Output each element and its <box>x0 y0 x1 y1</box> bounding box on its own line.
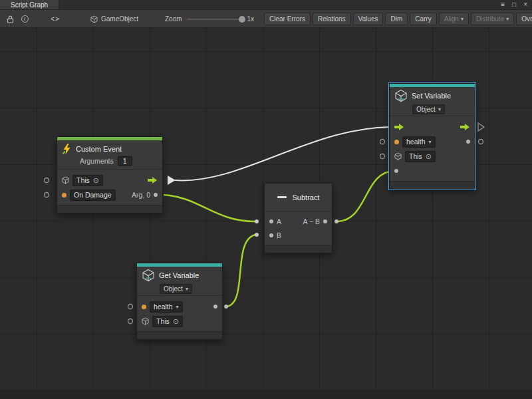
string-port-dot[interactable] <box>394 140 399 144</box>
getvariable-target-outer-port[interactable] <box>128 319 133 324</box>
variable-name-row: health ▾ <box>137 299 222 314</box>
event-flow-arrowhead <box>168 176 176 185</box>
svg-text:<>: <> <box>146 275 152 281</box>
lock-icon[interactable] <box>4 10 16 28</box>
string-port-dot[interactable] <box>142 305 146 309</box>
flow-output-arrow-icon[interactable] <box>148 176 158 184</box>
variable-name-value: health <box>154 303 173 311</box>
minus-icon <box>277 196 287 198</box>
chevron-down-icon: ▾ <box>506 16 509 22</box>
target-value: This <box>156 317 170 326</box>
set-variable-header: <> Set Variable Object ▾ <box>390 87 475 116</box>
subtract-header: Subtract <box>265 184 332 211</box>
flow-input-arrow-icon[interactable] <box>394 123 404 131</box>
align-button[interactable]: Align ▾ <box>439 13 469 25</box>
overview-button[interactable]: Overv <box>516 13 532 25</box>
value-input-row <box>390 164 475 178</box>
target-object-field[interactable]: This ⊙ <box>152 316 183 327</box>
target-port-row: This ⊙ <box>137 314 222 329</box>
script-graph-window: Script Graph ≡ □ × i <> GameObject Zoom <box>0 0 532 399</box>
input-b-dot[interactable] <box>269 233 273 237</box>
graph-canvas[interactable]: Custom Event Arguments 1 This ⊙ <box>0 28 532 399</box>
clear-errors-button[interactable]: Clear Errors <box>264 13 311 25</box>
event-name-field[interactable]: On Damage <box>70 190 116 201</box>
dim-button[interactable]: Dim <box>385 13 408 25</box>
relations-button[interactable]: Relations <box>313 13 351 25</box>
window-menu-icon[interactable]: ≡ <box>501 1 505 8</box>
close-icon[interactable]: × <box>523 1 527 8</box>
node-footer <box>390 181 475 189</box>
getvariable-name-outer-port[interactable] <box>128 305 133 309</box>
getvariable-output-port[interactable] <box>224 305 228 309</box>
object-picker-icon: ⊙ <box>93 177 99 184</box>
customevent-target-outer-port[interactable] <box>45 178 49 183</box>
carry-button[interactable]: Carry <box>410 13 436 25</box>
target-object-field[interactable]: This ⊙ <box>72 175 103 186</box>
value-output-dot[interactable] <box>213 305 217 309</box>
zoom-slider[interactable] <box>187 19 243 20</box>
wire-getvariable-to-subtract-b[interactable] <box>226 235 255 307</box>
node-title: Custom Event <box>76 145 122 153</box>
gameobject-cube-icon <box>90 15 98 23</box>
value-input-dot[interactable] <box>394 169 398 173</box>
node-title: Subtract <box>293 194 320 201</box>
chevron-down-icon: ▾ <box>429 138 432 146</box>
customevent-name-outer-port[interactable] <box>45 193 49 198</box>
zoom-value: 1x <box>247 15 255 23</box>
info-icon[interactable]: i <box>19 10 31 28</box>
target-port-row: This ⊙ <box>57 173 162 188</box>
string-port-dot[interactable] <box>62 193 66 198</box>
arg0-output-dot[interactable] <box>154 193 158 197</box>
zoom-control: Zoom 1x <box>165 10 254 28</box>
window-controls: ≡ □ × <box>501 0 532 9</box>
setvariable-output-outer-port[interactable] <box>479 140 483 144</box>
variable-scope-dropdown[interactable]: Object ▾ <box>160 284 192 294</box>
values-button[interactable]: Values <box>353 13 384 25</box>
cube-icon <box>394 152 402 160</box>
chevron-down-icon: ▾ <box>176 303 179 311</box>
code-icon[interactable]: <> <box>48 10 63 28</box>
target-value: This <box>409 152 422 161</box>
tab-script-graph[interactable]: Script Graph <box>0 0 59 9</box>
value-output-dot[interactable] <box>466 140 470 144</box>
subtract-a-port[interactable] <box>255 219 259 223</box>
maximize-icon[interactable]: □ <box>512 1 516 8</box>
a-and-output-row: A A − B <box>265 214 332 228</box>
custom-event-header: Custom Event Arguments 1 <box>57 140 162 170</box>
target-object-field[interactable]: This ⊙ <box>405 151 436 162</box>
arguments-count-field[interactable]: 1 <box>118 156 132 166</box>
chevron-down-icon: ▾ <box>438 106 441 112</box>
gameobject-reference[interactable]: GameObject <box>90 10 138 28</box>
input-a-dot[interactable] <box>269 219 273 223</box>
variable-scope-dropdown[interactable]: Object ▾ <box>412 104 445 114</box>
wire-subtract-to-setvariable-value[interactable] <box>336 171 395 221</box>
lightning-bolt-icon <box>62 144 72 154</box>
zoom-slider-knob[interactable] <box>239 16 245 23</box>
cube-icon <box>142 317 149 325</box>
arg0-label: Arg. 0 <box>132 191 150 199</box>
output-dot[interactable] <box>323 219 327 223</box>
subtract-b-port[interactable] <box>255 233 259 237</box>
node-title: Set Variable <box>412 92 451 100</box>
distribute-button[interactable]: Distribute ▾ <box>471 13 514 25</box>
variable-name-value: health <box>406 138 426 146</box>
setvariable-flow-out-outer-port[interactable] <box>478 123 484 131</box>
flow-output-arrow-icon[interactable] <box>460 123 470 131</box>
node-set-variable[interactable]: <> Set Variable Object ▾ <box>389 83 475 190</box>
variable-name-dropdown[interactable]: health ▾ <box>402 136 436 148</box>
graph-toolbar: i <> GameObject Zoom 1x Clear Errors Rel… <box>0 10 532 28</box>
node-get-variable[interactable]: <> Get Variable Object ▾ health ▾ <box>136 263 223 340</box>
wire-event-to-setvariable[interactable] <box>175 127 389 180</box>
subtract-output-port[interactable] <box>334 219 338 223</box>
variable-name-row: health ▾ <box>390 134 475 149</box>
wire-arg0-to-subtract-a[interactable] <box>164 195 255 221</box>
variable-name-dropdown[interactable]: health ▾ <box>150 301 183 313</box>
event-name-row: On Damage Arg. 0 <box>57 188 162 202</box>
get-variable-header: <> Get Variable Object ▾ <box>137 267 222 296</box>
node-custom-event[interactable]: Custom Event Arguments 1 This ⊙ <box>57 136 163 213</box>
setvariable-target-outer-port[interactable] <box>380 154 385 159</box>
setvariable-name-outer-port[interactable] <box>380 140 385 144</box>
node-subtract[interactable]: Subtract A A − B B <box>264 183 332 253</box>
toolbar-buttons: Clear Errors Relations Values Dim Carry … <box>264 13 532 25</box>
b-row: B <box>265 228 332 242</box>
